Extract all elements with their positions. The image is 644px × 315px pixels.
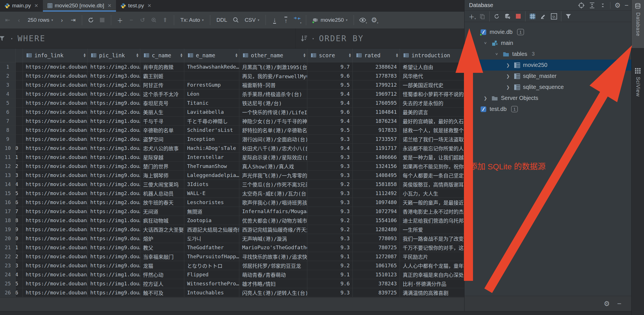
table-cell[interactable]: 9.3	[307, 189, 353, 198]
row-number[interactable]: 10	[0, 144, 16, 152]
table-cell[interactable]: 9.5	[307, 126, 353, 134]
table-cell[interactable]: https://img2.dou…	[87, 89, 140, 98]
table-cell[interactable]: https://img1.dou…	[87, 117, 140, 125]
row-number[interactable]: 20	[0, 234, 16, 243]
table-cell[interactable]: 声光伴我飞(港)/一九零零的传奇	[239, 171, 307, 180]
column-header[interactable]: other_name▲▼	[239, 49, 307, 62]
cell-id-clipped[interactable]: 7	[16, 117, 23, 125]
column-header[interactable]: rated▲▼	[353, 49, 400, 62]
table-cell[interactable]: https://img2.dou…	[87, 207, 140, 216]
table-cell[interactable]: https://movie.douban…	[23, 117, 87, 125]
table-cell[interactable]: 9.6	[307, 108, 353, 116]
table-cell[interactable]: 泰坦尼克号	[140, 99, 184, 107]
row-number[interactable]: 13	[0, 171, 16, 180]
table-cell[interactable]: 闪亮人生(港)/逆转人生(台)	[239, 288, 307, 297]
cell-id-clipped[interactable]: 9	[16, 135, 23, 143]
table-cell[interactable]: 杀手莱昂/终极追杀令(台)	[239, 89, 307, 98]
table-row[interactable]: 1919https://movie.douban…https://img9.do…	[0, 225, 464, 234]
cell-id-clipped[interactable]: 8	[16, 126, 23, 134]
row-number[interactable]: 9	[0, 135, 16, 143]
table-row[interactable]: 2525https://movie.douban…https://img1.do…	[0, 279, 464, 288]
table-cell[interactable]: https://img2.dou…	[87, 126, 140, 134]
table-cell[interactable]: https://movie.douban…	[23, 288, 87, 297]
table-cell[interactable]: 大话西游之大圣娶亲	[140, 225, 184, 234]
table-cell[interactable]: https://movie.douban…	[23, 270, 87, 279]
cell-id-clipped[interactable]: 10	[16, 144, 23, 152]
table-cell[interactable]: 1408495	[353, 171, 400, 180]
row-number[interactable]: 11	[0, 153, 16, 161]
table-row[interactable]: 1717https://movie.douban…https://img2.do…	[0, 207, 464, 216]
first-page-button[interactable]: ⇤	[3, 15, 12, 25]
cell-id-clipped[interactable]: 4	[16, 89, 23, 98]
table-cell[interactable]: https://img2.dou…	[87, 162, 140, 170]
table-cell[interactable]: 1104841	[353, 108, 400, 116]
compare-icon[interactable]: ▾	[292, 15, 302, 25]
table-cell[interactable]: 3Idiots	[184, 180, 239, 189]
table-row[interactable]: 99https://movie.douban…https://img2.dou……	[0, 135, 464, 144]
cell-id-clipped[interactable]: 11	[16, 153, 23, 161]
table-cell[interactable]: 9.4	[307, 99, 353, 107]
row-number[interactable]: 5	[0, 99, 16, 107]
table-cell[interactable]: WALL·E	[184, 189, 239, 198]
table-cell[interactable]: https://img2.dou…	[87, 180, 140, 189]
table-cell[interactable]: 楚门的世界	[140, 162, 184, 170]
column-header[interactable]: c_name▲▼	[140, 49, 184, 62]
row-number[interactable]: 17	[0, 207, 16, 216]
column-header[interactable]: introduction	[400, 49, 464, 62]
table-cell[interactable]: 潜行凶间(港)/全面启动(台)	[239, 135, 307, 143]
tab-main-py[interactable]: main.py ✕	[0, 0, 43, 11]
table-cell[interactable]: 迪士尼给我们营造的乌托邦就是	[400, 216, 464, 225]
table-cell[interactable]: 1733557	[353, 135, 400, 143]
table-cell[interactable]: 辛德勒的名单	[140, 126, 184, 134]
table-cell[interactable]: Titanic	[184, 99, 239, 107]
table-cell[interactable]: 9.7	[307, 62, 353, 71]
table-cell[interactable]: https://movie.douban…	[23, 198, 87, 207]
table-cell[interactable]: https://movie.douban…	[23, 126, 87, 134]
chevron-down-icon[interactable]: ˅	[482, 41, 489, 45]
table-cell[interactable]: 如果再也不能见到你，祝你早安	[400, 162, 464, 170]
view-data-icon[interactable]	[528, 12, 537, 21]
row-number[interactable]: 4	[0, 89, 16, 98]
table-cell[interactable]: InfernalAffairs/Mougaa…	[239, 207, 307, 216]
table-cell[interactable]: 1112492	[353, 189, 400, 198]
table-cell[interactable]: https://img1.dou…	[87, 270, 140, 279]
table-cell[interactable]: ThePursuitofHapp…	[184, 252, 239, 261]
table-row[interactable]: 33https://movie.douban…https://img2.dou……	[0, 80, 464, 89]
table-cell[interactable]: 寻找快乐的故事(港)/追求快乐	[239, 252, 307, 261]
cell-id-clipped[interactable]: 13	[16, 171, 23, 180]
corner-cell[interactable]	[0, 49, 16, 62]
table-cell[interactable]: 盗梦空间	[140, 135, 184, 143]
table-cell[interactable]: https://img9.dou…	[87, 99, 140, 107]
table-cell[interactable]: 小瓦力，大人生	[400, 189, 464, 198]
table-cell[interactable]: https://movie.douban…	[23, 62, 87, 71]
table-row[interactable]: 1515https://movie.douban…https://img2.do…	[0, 189, 464, 198]
table-cell[interactable]: 海上钢琴师	[140, 171, 184, 180]
chevron-right-icon[interactable]: ❯	[505, 63, 511, 68]
table-cell[interactable]: 780725	[353, 243, 400, 252]
table-row[interactable]: 1616https://movie.douban…https://img2.do…	[0, 198, 464, 207]
table-cell[interactable]: https://movie.douban…	[23, 180, 87, 189]
previous-page-button[interactable]: ‹	[14, 15, 24, 25]
table-cell[interactable]: https://movie.douban…	[23, 99, 87, 107]
table-cell[interactable]: 秋田犬八千(港)/忠犬小八(台)	[239, 144, 307, 152]
table-cell[interactable]: 1061765	[353, 261, 400, 270]
table-cell[interactable]: 도가니	[184, 234, 239, 243]
duplicate-icon[interactable]	[477, 12, 487, 21]
table-cell[interactable]: https://movie.douban…	[23, 108, 87, 116]
table-cell[interactable]: 英俊版憨豆，高情商版谢耳朵	[400, 180, 464, 189]
cell-id-clipped[interactable]: 3	[16, 80, 23, 89]
table-cell[interactable]: 控方证人	[140, 279, 184, 288]
table-cell[interactable]: 1876234	[353, 117, 400, 125]
table-cell[interactable]: https://img2.dou…	[87, 135, 140, 143]
table-cell[interactable]: 当幸福来敲门	[140, 252, 184, 261]
table-cell[interactable]: https://img9.dou…	[87, 234, 140, 243]
cell-id-clipped[interactable]: 21	[16, 243, 23, 252]
table-cell[interactable]: 永远都不能忘记你所爱的人	[400, 144, 464, 152]
table-cell[interactable]: https://img9.dou…	[87, 243, 140, 252]
table-cell[interactable]: 爱是一种力量，让我们超越时空	[400, 153, 464, 161]
table-row[interactable]: 1111https://movie.douban…https://img1.do…	[0, 153, 464, 162]
table-cell[interactable]: 教父	[140, 243, 184, 252]
table-cell[interactable]: 三傻大闹宝莱坞	[140, 180, 184, 189]
table-cell[interactable]: 月黑高飞(港)/刺激1995(台)	[239, 62, 307, 71]
sort-icon[interactable]: ▲▼	[396, 53, 398, 58]
